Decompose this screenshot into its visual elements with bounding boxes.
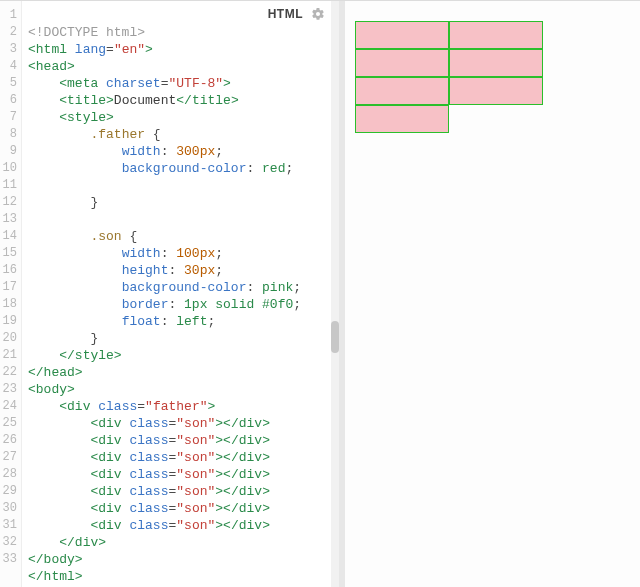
preview-son xyxy=(449,49,543,77)
code-token: div xyxy=(239,501,262,516)
code-token: "father" xyxy=(145,399,207,414)
code-token: </ xyxy=(223,518,239,533)
code-token: </ xyxy=(59,348,75,363)
code-token: </ xyxy=(223,501,239,516)
code-token: div xyxy=(98,416,121,431)
code-token: } xyxy=(90,331,98,346)
line-number: 16 xyxy=(0,262,17,279)
code-token: > xyxy=(262,484,270,499)
line-number: 17 xyxy=(0,279,17,296)
code-token: ; xyxy=(215,144,223,159)
preview-son xyxy=(355,105,449,133)
code-token: body xyxy=(36,382,67,397)
line-number: 23 xyxy=(0,381,17,398)
code-token: = xyxy=(137,399,145,414)
preview-son xyxy=(449,77,543,105)
code-token: < xyxy=(28,382,36,397)
code-token: float xyxy=(122,314,161,329)
code-token: div xyxy=(98,467,121,482)
code-token: div xyxy=(239,467,262,482)
line-number: 14 xyxy=(0,228,17,245)
code-token: </ xyxy=(223,467,239,482)
code-token: > xyxy=(106,93,114,108)
code-token: > xyxy=(215,433,223,448)
code-token: </ xyxy=(28,552,44,567)
code-token: : xyxy=(246,161,262,176)
code-token: > xyxy=(75,569,83,584)
code-token: charset xyxy=(106,76,161,91)
line-number: 31 xyxy=(0,517,17,534)
line-number: 3 xyxy=(0,41,17,58)
line-number: 21 xyxy=(0,347,17,364)
code-token: </ xyxy=(223,450,239,465)
line-number: 8 xyxy=(0,126,17,143)
code-token: > xyxy=(75,552,83,567)
code-token: title xyxy=(67,93,106,108)
preview-son xyxy=(355,21,449,49)
code-token: > xyxy=(262,501,270,516)
code-token: class xyxy=(129,467,168,482)
code-token: style xyxy=(67,110,106,125)
code-editor[interactable]: <!DOCTYPE html> <html lang="en"> <head> … xyxy=(22,1,339,587)
code-token: > xyxy=(231,93,239,108)
line-number: 2 xyxy=(0,24,17,41)
code-token: ; xyxy=(293,280,301,295)
code-token: border xyxy=(122,297,169,312)
code-token: div xyxy=(98,501,121,516)
code-token: > xyxy=(262,518,270,533)
code-token: html xyxy=(36,42,67,57)
code-token: height xyxy=(122,263,169,278)
line-number: 11 xyxy=(0,177,17,194)
code-token: : xyxy=(161,144,177,159)
line-number: 15 xyxy=(0,245,17,262)
code-token: background-color xyxy=(122,280,247,295)
code-token: meta xyxy=(67,76,98,91)
code-token: "son" xyxy=(176,467,215,482)
code-token: left xyxy=(176,314,207,329)
code-token: class xyxy=(129,484,168,499)
code-token: < xyxy=(59,76,67,91)
code-token: > xyxy=(208,399,216,414)
code-token: background-color xyxy=(122,161,247,176)
code-token: : xyxy=(246,280,262,295)
code-token: > xyxy=(215,450,223,465)
preview-son xyxy=(355,49,449,77)
code-token: .son xyxy=(90,229,121,244)
code-token: > xyxy=(75,365,83,380)
code-token: ; xyxy=(215,246,223,261)
scrollbar-thumb[interactable] xyxy=(331,321,339,353)
line-number: 30 xyxy=(0,500,17,517)
code-token: < xyxy=(59,399,67,414)
code-token: "son" xyxy=(176,484,215,499)
code-token: "son" xyxy=(176,416,215,431)
code-token: > xyxy=(223,76,231,91)
code-token: "son" xyxy=(176,433,215,448)
code-token: div xyxy=(239,416,262,431)
line-number: 18 xyxy=(0,296,17,313)
code-token: { xyxy=(145,127,161,142)
code-token: ; xyxy=(215,263,223,278)
line-number: 6 xyxy=(0,92,17,109)
line-number: 22 xyxy=(0,364,17,381)
code-token: : xyxy=(161,314,177,329)
code-token: > xyxy=(262,450,270,465)
code-token: > xyxy=(262,416,270,431)
code-token: < xyxy=(59,110,67,125)
scrollbar-track[interactable] xyxy=(331,1,339,587)
line-number: 28 xyxy=(0,466,17,483)
line-number: 29 xyxy=(0,483,17,500)
code-token: div xyxy=(239,433,262,448)
code-token: > xyxy=(114,348,122,363)
code-token: 30px xyxy=(184,263,215,278)
code-token: class xyxy=(129,416,168,431)
code-token: </ xyxy=(223,433,239,448)
code-token: </ xyxy=(28,365,44,380)
line-number: 25 xyxy=(0,415,17,432)
code-token: div xyxy=(67,399,90,414)
code-token: div xyxy=(239,518,262,533)
code-token: } xyxy=(90,195,98,210)
line-number: 19 xyxy=(0,313,17,330)
code-token: < xyxy=(28,42,36,57)
code-token: div xyxy=(98,450,121,465)
line-number: 13 xyxy=(0,211,17,228)
